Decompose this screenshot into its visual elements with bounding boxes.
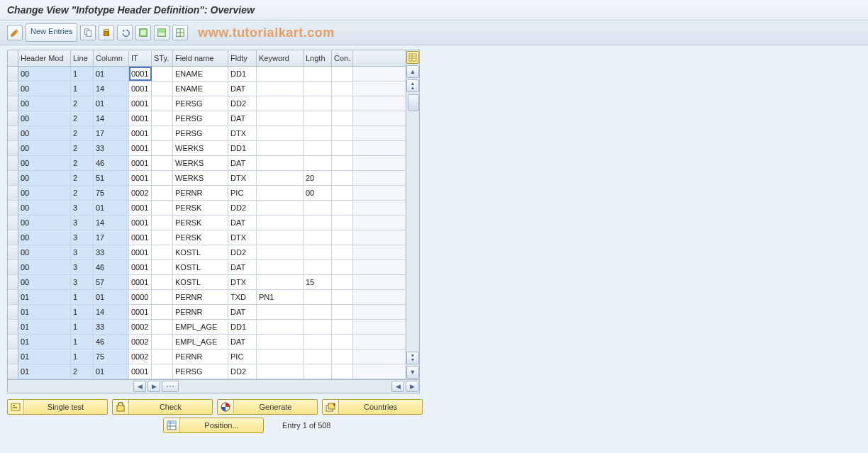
cell-line[interactable]: 1: [71, 290, 94, 304]
table-row[interactable]: 003170001PERSKDTX: [8, 230, 406, 245]
cell-key[interactable]: [257, 320, 304, 334]
cell-sty[interactable]: [152, 156, 173, 170]
cell-con[interactable]: [332, 320, 353, 334]
cell-lngth[interactable]: [304, 156, 332, 170]
cell-con[interactable]: [332, 260, 353, 274]
col-header-fldty[interactable]: Fldty: [228, 50, 257, 66]
cell-col[interactable]: 01: [94, 201, 129, 215]
cell-con[interactable]: [332, 126, 353, 140]
cell-key[interactable]: [257, 186, 304, 200]
cell-col[interactable]: 01: [94, 96, 129, 111]
cell-fname[interactable]: KOSTL: [173, 260, 228, 274]
row-handle[interactable]: [8, 275, 18, 289]
col-header-length[interactable]: Lngth: [304, 50, 332, 66]
cell-fldty[interactable]: TXD: [228, 290, 257, 304]
cell-col[interactable]: 17: [94, 126, 129, 140]
cell-key[interactable]: [257, 141, 304, 155]
cell-it[interactable]: 0001: [129, 245, 152, 259]
cell-line[interactable]: 1: [71, 305, 94, 319]
cell-fldty[interactable]: DTX: [228, 171, 257, 185]
table-row[interactable]: 011140001PERNRDAT: [8, 305, 406, 320]
select-block-icon[interactable]: [154, 25, 169, 40]
cell-lngth[interactable]: [304, 245, 332, 259]
cell-fldty[interactable]: DD2: [228, 201, 257, 215]
cell-col[interactable]: 33: [94, 245, 129, 259]
table-row[interactable]: 011330002EMPL_AGEDD1: [8, 320, 406, 335]
col-header-line[interactable]: Line: [71, 50, 94, 66]
cell-fname[interactable]: PERSG: [173, 126, 228, 140]
cell-lngth[interactable]: [304, 126, 332, 140]
col-header-hmod[interactable]: Header Mod: [18, 50, 71, 66]
row-handle[interactable]: [8, 305, 18, 319]
row-handle[interactable]: [8, 201, 18, 215]
cell-it[interactable]: 0000: [129, 290, 152, 304]
deselect-all-icon[interactable]: [172, 25, 188, 40]
cell-con[interactable]: [332, 111, 353, 125]
cell-fname[interactable]: ENAME: [173, 82, 228, 96]
delete-icon[interactable]: [99, 25, 114, 40]
cell-lngth[interactable]: [304, 201, 332, 215]
cell-con[interactable]: [332, 156, 353, 170]
cell-hmod[interactable]: 00: [18, 111, 71, 125]
cell-lngth[interactable]: 15: [304, 275, 332, 289]
row-handle[interactable]: [8, 82, 18, 96]
cell-it[interactable]: 0001: [129, 171, 152, 185]
cell-fldty[interactable]: DTX: [228, 230, 257, 245]
cell-key[interactable]: [257, 126, 304, 140]
vscroll-track[interactable]: [407, 93, 418, 351]
cell-col[interactable]: 01: [94, 290, 129, 304]
cell-it[interactable]: 0001: [129, 305, 152, 319]
cell-hmod[interactable]: 01: [18, 335, 71, 349]
cell-lngth[interactable]: [304, 111, 332, 125]
hscroll-left2-icon[interactable]: ◀: [391, 381, 404, 392]
cell-line[interactable]: 1: [71, 320, 94, 334]
cell-fldty[interactable]: DAT: [228, 216, 257, 230]
row-handle[interactable]: [8, 186, 18, 200]
cell-lngth[interactable]: [304, 305, 332, 319]
cell-key[interactable]: [257, 171, 304, 185]
cell-hmod[interactable]: 00: [18, 126, 71, 140]
cell-it[interactable]: 0001: [129, 96, 152, 111]
table-row[interactable]: 002460001WERKSDAT: [8, 156, 406, 171]
scroll-page-up-icon[interactable]: ▲▲: [406, 79, 419, 92]
col-header-keyword[interactable]: Keyword: [257, 50, 304, 66]
new-entries-button[interactable]: New Entries: [26, 23, 77, 42]
cell-hmod[interactable]: 00: [18, 141, 71, 155]
cell-hmod[interactable]: 00: [18, 245, 71, 259]
cell-con[interactable]: [332, 364, 353, 379]
cell-con[interactable]: [332, 245, 353, 259]
cell-fldty[interactable]: DAT: [228, 82, 257, 96]
cell-it[interactable]: 0002: [129, 335, 152, 349]
col-header-con[interactable]: Con.: [332, 50, 353, 66]
table-row[interactable]: 002330001WERKSDD1: [8, 141, 406, 156]
col-header-sty[interactable]: STy.: [152, 50, 173, 66]
cell-con[interactable]: [332, 82, 353, 96]
generate-button[interactable]: Generate: [217, 399, 318, 415]
row-handle-header[interactable]: [8, 50, 18, 66]
cell-hmod[interactable]: 00: [18, 275, 71, 289]
cell-line[interactable]: 2: [71, 111, 94, 125]
cell-it[interactable]: 0001: [129, 230, 152, 245]
cell-col[interactable]: 33: [94, 141, 129, 155]
cell-fname[interactable]: ENAME: [173, 67, 228, 81]
cell-sty[interactable]: [152, 230, 173, 245]
cell-sty[interactable]: [152, 171, 173, 185]
cell-line[interactable]: 2: [71, 171, 94, 185]
cell-con[interactable]: [332, 305, 353, 319]
cell-sty[interactable]: [152, 260, 173, 274]
cell-fldty[interactable]: DAT: [228, 111, 257, 125]
cell-hmod[interactable]: 00: [18, 82, 71, 96]
cell-lngth[interactable]: [304, 260, 332, 274]
cell-col[interactable]: 01: [94, 67, 129, 81]
cell-key[interactable]: [257, 245, 304, 259]
cell-sty[interactable]: [152, 186, 173, 200]
cell-fname[interactable]: PERSK: [173, 201, 228, 215]
cell-fldty[interactable]: PIC: [228, 186, 257, 200]
cell-sty[interactable]: [152, 290, 173, 304]
cell-hmod[interactable]: 00: [18, 156, 71, 170]
cell-con[interactable]: [332, 201, 353, 215]
cell-it[interactable]: 0001: [129, 275, 152, 289]
cell-it[interactable]: 0001: [129, 156, 152, 170]
cell-hmod[interactable]: 00: [18, 67, 71, 81]
countries-button[interactable]: Countries: [322, 399, 423, 415]
